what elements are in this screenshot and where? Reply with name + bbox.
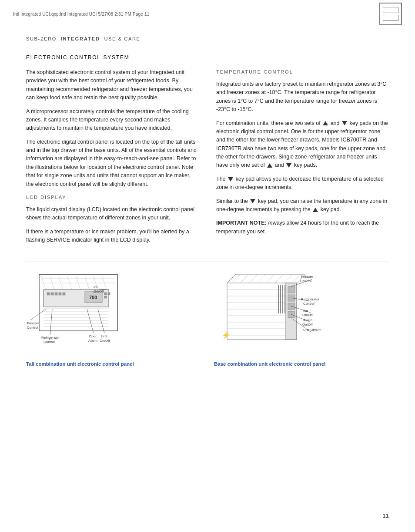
diagram-section: 700: [26, 262, 389, 380]
logo-top-section: [383, 7, 398, 13]
triangle-up-icon-2: [267, 163, 272, 168]
svg-rect-19: [63, 293, 65, 295]
base-unit-diagram-container: Freezer Control Refrigerator Control Ice…: [214, 270, 389, 367]
brand-bold: INTEGRATED: [60, 36, 100, 41]
svg-line-52: [249, 274, 258, 283]
svg-line-53: [258, 274, 266, 283]
tall-unit-caption: Tall combination unit electronic control…: [26, 360, 134, 367]
section-title: ELECTRONIC CONTROL SYSTEM: [26, 54, 389, 61]
section-title-normal: SYSTEM: [103, 54, 129, 61]
svg-line-56: [284, 274, 292, 283]
svg-line-47: [227, 274, 236, 283]
temp-control-title: TEMPERATURE CONTROL: [216, 68, 389, 76]
triangle-up-icon-1: [323, 121, 328, 125]
left-para-3: The electronic digital control panel is …: [26, 138, 199, 189]
left-para-1: The sophisticated electronic control sys…: [26, 68, 199, 102]
svg-rect-18: [59, 293, 61, 295]
svg-text:On/Off: On/Off: [94, 290, 104, 293]
svg-rect-21: [108, 293, 110, 295]
svg-line-57: [292, 274, 301, 283]
brand-prefix: SUB-ZERO: [26, 36, 57, 41]
svg-text:Freezer: Freezer: [27, 321, 39, 325]
tall-unit-svg: 700: [26, 270, 139, 357]
left-column: The sophisticated electronic control sys…: [26, 68, 199, 249]
svg-text:Ice: Ice: [303, 309, 308, 313]
svg-text:700: 700: [89, 295, 97, 300]
svg-rect-20: [104, 293, 107, 295]
svg-rect-15: [47, 293, 50, 295]
svg-line-50: [231, 274, 240, 283]
triangle-up-icon-3: [313, 208, 318, 212]
temp-para-4: Similar to the key pad, you can raise th…: [216, 197, 389, 214]
svg-text:⚡: ⚡: [222, 331, 231, 339]
temp-para-2: For combination units, there are two set…: [216, 119, 389, 170]
section-title-bold: ELECTRONIC CONTROL: [26, 54, 101, 61]
base-unit-caption: Base combination unit electronic control…: [214, 360, 325, 367]
content-area: ELECTRONIC CONTROL SYSTEM The sophistica…: [0, 45, 415, 381]
svg-text:Control: Control: [300, 279, 311, 283]
logo-bottom-section: [383, 15, 398, 21]
svg-text:Control: Control: [303, 302, 315, 306]
temp-para-3: The key pad allows you to decrease the t…: [216, 175, 389, 192]
lcd-display-title: LCD DISPLAY: [26, 194, 199, 201]
triangle-down-icon-1: [342, 121, 347, 125]
page-number: 11: [383, 512, 389, 519]
logo-icon: [379, 3, 402, 25]
left-para-2: A microprocessor accurately controls the…: [26, 108, 199, 133]
temp-para-1: Integrated units are factory preset to m…: [216, 80, 389, 114]
svg-text:Alarm: Alarm: [303, 318, 312, 322]
svg-text:Unit On/Off: Unit On/Off: [303, 328, 321, 332]
brand-suffix: USE & CARE: [104, 36, 140, 41]
header-bar: Intl Integrated UCI.qxp:Intl Integrated …: [0, 0, 415, 28]
print-info: Intl Integrated UCI.qxp:Intl Integrated …: [13, 12, 150, 17]
svg-text:Alarm: Alarm: [88, 339, 97, 343]
triangle-down-icon-4: [250, 199, 255, 203]
lcd-para-2: If there is a temperature or ice maker p…: [26, 228, 199, 245]
svg-text:Refrigerator: Refrigerator: [41, 336, 60, 340]
svg-text:On/Off: On/Off: [302, 323, 313, 327]
svg-line-54: [266, 274, 275, 283]
svg-text:On/Off: On/Off: [302, 313, 313, 317]
svg-line-40: [87, 309, 94, 333]
svg-line-55: [275, 274, 284, 283]
svg-rect-71: [288, 295, 295, 301]
svg-text:Door: Door: [89, 334, 97, 338]
svg-rect-70: [288, 286, 295, 293]
svg-text:Refrigerator: Refrigerator: [301, 297, 320, 301]
svg-rect-16: [51, 293, 54, 295]
two-column-layout: The sophisticated electronic control sys…: [26, 68, 389, 249]
svg-line-34: [30, 309, 46, 320]
base-unit-svg: Freezer Control Refrigerator Control Ice…: [214, 270, 327, 357]
important-note-label: IMPORTANT NOTE:: [216, 220, 267, 226]
svg-line-43: [98, 309, 104, 333]
svg-text:Ice: Ice: [94, 285, 98, 289]
svg-rect-22: [104, 296, 107, 298]
lcd-para-1: The liquid crystal display (LCD) located…: [26, 205, 199, 222]
svg-line-51: [240, 274, 249, 283]
page-container: Intl Integrated UCI.qxp:Intl Integrated …: [0, 0, 415, 532]
triangle-down-icon-2: [286, 163, 291, 168]
svg-text:Unit: Unit: [101, 334, 107, 338]
svg-text:Control: Control: [44, 340, 55, 344]
important-note-para: IMPORTANT NOTE: Always allow 24 hours fo…: [216, 219, 389, 236]
tall-unit-diagram-container: 700: [26, 270, 201, 367]
svg-text:Control: Control: [27, 326, 38, 330]
right-column: TEMPERATURE CONTROL Integrated units are…: [216, 68, 389, 249]
brand-line: SUB-ZERO INTEGRATED USE & CARE: [0, 28, 415, 45]
svg-text:Freezer: Freezer: [301, 275, 313, 279]
svg-text:On/Off: On/Off: [100, 339, 110, 343]
svg-line-37: [50, 309, 52, 335]
svg-rect-17: [55, 293, 57, 295]
triangle-down-icon-3: [228, 177, 233, 182]
